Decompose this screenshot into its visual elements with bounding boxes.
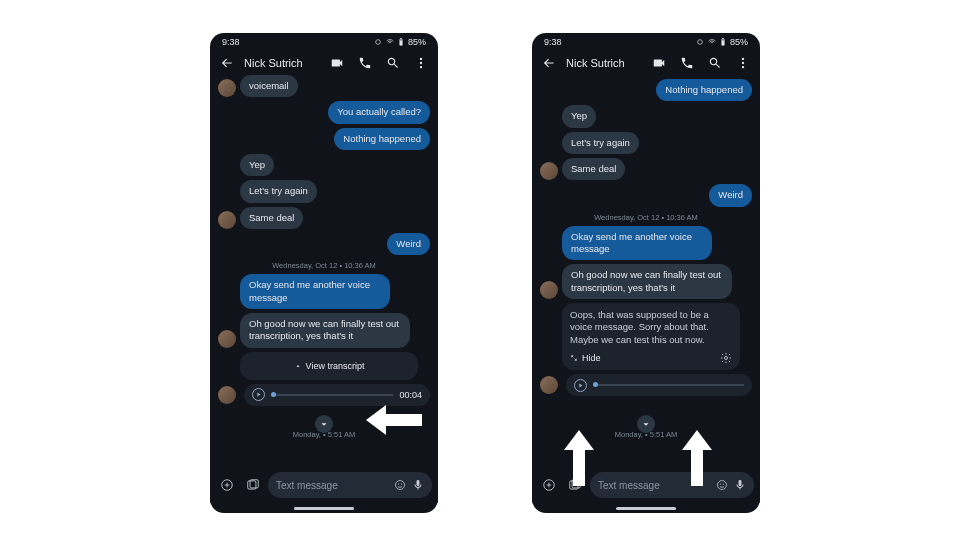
gallery-button[interactable]	[242, 474, 264, 496]
svg-point-18	[742, 62, 744, 64]
svg-point-4	[420, 58, 422, 60]
bubble-sent[interactable]: Nothing happened	[334, 128, 430, 150]
avatar[interactable]	[540, 376, 558, 394]
battery-icon	[398, 38, 404, 46]
wifi-icon	[708, 38, 716, 46]
bubble-recv[interactable]: Yep	[240, 154, 274, 176]
add-button[interactable]	[538, 474, 560, 496]
collapse-icon	[570, 354, 578, 362]
svg-point-24	[718, 481, 727, 490]
timestamp: Wednesday, Oct 12 • 10:36 AM	[218, 261, 430, 270]
search-button[interactable]	[382, 52, 404, 74]
annotation-arrow-left	[366, 405, 422, 435]
mic-icon[interactable]	[734, 479, 746, 491]
voice-duration: 00:04	[399, 390, 422, 400]
contact-name[interactable]: Nick Sutrich	[244, 57, 320, 69]
voice-track[interactable]	[271, 394, 393, 396]
bubble-recv[interactable]: Same deal	[562, 158, 625, 180]
call-button[interactable]	[354, 52, 376, 74]
titlebar: Nick Sutrich	[532, 51, 760, 75]
status-icons: 85%	[696, 37, 748, 47]
statusbar: 9:38 85%	[532, 33, 760, 51]
svg-point-12	[401, 484, 402, 485]
text-input[interactable]: Text message	[268, 472, 432, 498]
bubble-recv[interactable]: Same deal	[240, 207, 303, 229]
chat-area[interactable]: Nothing happened Yep Let's try again Sam…	[532, 75, 760, 467]
contact-name[interactable]: Nick Sutrich	[566, 57, 642, 69]
bubble-sent[interactable]: You actually called?	[328, 101, 430, 123]
avatar[interactable]	[218, 211, 236, 229]
play-button[interactable]	[252, 388, 265, 401]
view-transcript-button[interactable]: View transcript	[248, 358, 410, 374]
play-icon	[577, 382, 584, 389]
msg-row: Weird	[540, 184, 752, 206]
timestamp: Wednesday, Oct 12 • 10:36 AM	[540, 213, 752, 222]
mic-icon[interactable]	[412, 479, 424, 491]
msg-row: Oh good now we can finally test out tran…	[540, 264, 752, 299]
call-button[interactable]	[676, 52, 698, 74]
back-button[interactable]	[538, 52, 560, 74]
voice-msg-row: 00:04	[218, 384, 430, 406]
input-placeholder: Text message	[598, 480, 660, 491]
svg-point-19	[742, 66, 744, 68]
svg-rect-15	[722, 38, 723, 39]
svg-point-17	[742, 58, 744, 60]
bubble-recv[interactable]: Yep	[562, 105, 596, 127]
video-call-button[interactable]	[648, 52, 670, 74]
voice-track[interactable]	[593, 384, 744, 386]
annotation-arrow-up-right	[682, 430, 712, 486]
emoji-icon[interactable]	[716, 479, 728, 491]
voice-msg[interactable]	[566, 374, 752, 396]
bubble-recv[interactable]: Oh good now we can finally test out tran…	[240, 313, 410, 348]
bubble-sent[interactable]: Okay send me another voice message	[562, 226, 712, 261]
phone-left: 9:38 85% Nick Sutrich voicemail	[210, 33, 438, 513]
transcript-collapsed: View transcript	[240, 352, 418, 380]
gallery-icon	[246, 478, 260, 492]
avatar[interactable]	[218, 79, 236, 97]
transcript-text: Oops, that was supposed to be a voice me…	[570, 309, 732, 346]
avatar[interactable]	[540, 162, 558, 180]
battery-pct: 85%	[730, 37, 748, 47]
transcript-settings-button[interactable]	[720, 352, 732, 364]
home-indicator	[210, 503, 438, 513]
bubble-sent[interactable]: Weird	[387, 233, 430, 255]
avatar[interactable]	[540, 281, 558, 299]
bubble-recv[interactable]: Let's try again	[562, 132, 639, 154]
play-icon	[255, 391, 262, 398]
svg-rect-2	[400, 38, 401, 39]
bubble-sent[interactable]: Nothing happened	[656, 79, 752, 101]
hide-transcript-button[interactable]: Hide	[570, 353, 601, 363]
bubble-recv[interactable]: Oh good now we can finally test out tran…	[562, 264, 732, 299]
overflow-menu-button[interactable]	[732, 52, 754, 74]
play-button[interactable]	[574, 379, 587, 392]
svg-rect-16	[722, 40, 724, 45]
search-button[interactable]	[704, 52, 726, 74]
svg-rect-3	[400, 40, 402, 45]
annotation-arrow-up-left	[564, 430, 594, 486]
msg-row: Let's try again	[562, 132, 752, 154]
svg-point-5	[420, 62, 422, 64]
voice-msg[interactable]: 00:04	[244, 384, 430, 406]
theme-icon	[374, 38, 382, 46]
bubble-recv[interactable]: Let's try again	[240, 180, 317, 202]
msg-row: Yep	[562, 105, 752, 127]
back-button[interactable]	[216, 52, 238, 74]
titlebar: Nick Sutrich	[210, 51, 438, 75]
bubble-sent[interactable]: Weird	[709, 184, 752, 206]
avatar[interactable]	[218, 330, 236, 348]
plus-icon	[220, 478, 234, 492]
video-call-button[interactable]	[326, 52, 348, 74]
svg-point-20	[725, 357, 728, 360]
input-placeholder: Text message	[276, 480, 338, 491]
statusbar: 9:38 85%	[210, 33, 438, 51]
overflow-menu-button[interactable]	[410, 52, 432, 74]
bubble-sent[interactable]: Okay send me another voice message	[240, 274, 390, 309]
add-button[interactable]	[216, 474, 238, 496]
text-input[interactable]: Text message	[590, 472, 754, 498]
voice-msg-row	[540, 374, 752, 396]
avatar[interactable]	[218, 386, 236, 404]
emoji-icon[interactable]	[394, 479, 406, 491]
bubble-recv[interactable]: voicemail	[240, 75, 298, 97]
gear-icon	[720, 352, 732, 364]
arrow-down-icon	[641, 419, 651, 429]
